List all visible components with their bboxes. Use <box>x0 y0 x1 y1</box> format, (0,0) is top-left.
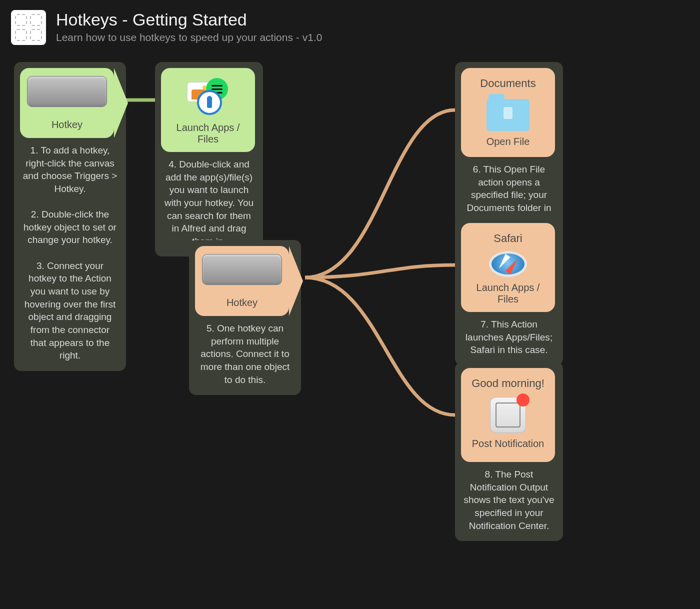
node-launch-apps-1[interactable]: Launch Apps / Files 4. Double-click and … <box>155 62 263 256</box>
node-description: 7. This Action launches Apps/Files; Safa… <box>461 318 557 360</box>
node-title: Documents <box>480 77 536 90</box>
action-tile[interactable]: Good morning! Post Notification <box>461 368 555 462</box>
node-open-file-documents[interactable]: Documents Open File 6. This Open File ac… <box>455 62 563 236</box>
node-label: Post Notification <box>472 438 544 450</box>
action-tile[interactable]: Safari Launch Apps / Files <box>461 223 555 312</box>
workflow-title: Hotkeys - Getting Started <box>56 10 322 30</box>
hotkey-tile[interactable]: Hotkey <box>195 246 289 316</box>
node-hotkey-trigger-1[interactable]: Hotkey 1. To add a hotkey, right-click t… <box>14 62 126 371</box>
action-tile[interactable]: Documents Open File <box>461 68 555 157</box>
node-description: 8. The Post Notification Output shows th… <box>461 468 557 535</box>
node-label: Hotkey <box>52 119 82 130</box>
notification-icon <box>490 397 526 433</box>
hotkey-input[interactable] <box>202 254 282 285</box>
folder-icon <box>486 99 530 131</box>
node-title: Good morning! <box>472 377 544 390</box>
node-label: Launch Apps / Files <box>168 122 248 145</box>
node-hotkey-trigger-2[interactable]: Hotkey 5. One hotkey can perform multipl… <box>189 240 301 395</box>
apps-icon <box>187 76 229 117</box>
workflow-canvas[interactable]: Hotkey 1. To add a hotkey, right-click t… <box>0 55 700 609</box>
workflow-header: Hotkeys - Getting Started Learn how to u… <box>0 0 700 45</box>
node-label: Launch Apps / Files <box>468 282 548 305</box>
workflow-icon <box>11 10 46 45</box>
node-post-notification[interactable]: Good morning! Post Notification 8. The P… <box>455 362 563 541</box>
action-tile[interactable]: Launch Apps / Files <box>161 68 255 152</box>
hotkey-input[interactable] <box>27 76 107 107</box>
workflow-subtitle: Learn how to use hotkeys to speed up you… <box>56 32 322 44</box>
safari-icon <box>489 251 527 277</box>
node-label: Hotkey <box>226 297 258 308</box>
node-title: Safari <box>494 232 522 245</box>
node-description: 5. One hotkey can perform multiple actio… <box>195 322 295 389</box>
node-label: Open File <box>486 136 530 148</box>
node-description: 1. To add a hotkey, right-click the canv… <box>20 144 120 365</box>
hotkey-tile[interactable]: Hotkey <box>20 68 114 138</box>
node-description: 4. Double-click and add the app(s)/file(… <box>161 158 257 250</box>
node-launch-apps-safari[interactable]: Safari Launch Apps / Files 7. This Actio… <box>455 217 563 366</box>
